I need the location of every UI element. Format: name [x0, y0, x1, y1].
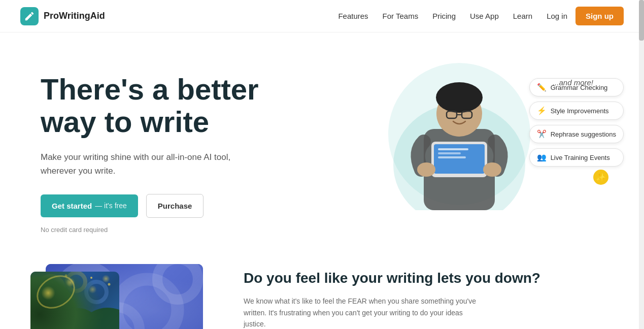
svg-point-24 [108, 283, 111, 285]
login-button[interactable]: Log in [547, 12, 567, 20]
nav-item-use-app[interactable]: Use App [470, 12, 499, 21]
more-label: ...and more! [553, 78, 593, 87]
svg-rect-11 [438, 156, 466, 158]
feature-pills: ...and more! ✏️ Grammar Checking ⚡ Style… [529, 78, 624, 167]
nav-item-learn[interactable]: Learn [513, 12, 532, 21]
pill-style-label: Style Improvements [551, 107, 609, 115]
pill-training-label: Live Training Events [551, 154, 610, 161]
grammar-icon: ✏️ [537, 83, 547, 92]
nav-link-for-teams[interactable]: For Teams [383, 12, 419, 20]
training-icon: 👥 [537, 153, 547, 162]
lower-left: My idea in my head [30, 264, 203, 329]
nav-link-features[interactable]: Features [338, 12, 368, 20]
hero-subtext: Make your writing shine with our all-in-… [41, 150, 233, 178]
pill-style: ⚡ Style Improvements [529, 102, 624, 120]
svg-point-20 [86, 282, 107, 302]
nav-links: Features For Teams Pricing Use App Learn [338, 12, 532, 21]
get-started-button[interactable]: Get started — it's free [41, 194, 138, 217]
get-started-label: Get started [52, 202, 92, 210]
logo-svg [24, 11, 35, 22]
hero-heading: There's a better way to write [41, 73, 304, 138]
purchase-button[interactable]: Purchase [146, 194, 204, 218]
artwork-stack: My idea in my head [30, 264, 203, 329]
svg-rect-9 [438, 148, 468, 150]
hero-illustration [373, 58, 546, 210]
lower-right: Do you feel like your writing lets you d… [244, 264, 603, 329]
svg-point-21 [42, 278, 45, 281]
hero-right: ...and more! ✏️ Grammar Checking ⚡ Style… [304, 63, 614, 225]
svg-point-16 [157, 264, 198, 300]
nav-item-features[interactable]: Features [338, 12, 368, 21]
hero-buttons: Get started — it's free Purchase [41, 194, 304, 218]
scrollbar[interactable] [639, 0, 644, 329]
style-icon: ⚡ [537, 106, 547, 115]
starry-night-art [30, 272, 119, 329]
svg-point-12 [417, 162, 435, 177]
hero-heading-line2: way to write [41, 105, 209, 138]
pill-training: 👥 Live Training Events [529, 148, 624, 167]
hero-section: There's a better way to write Make your … [0, 32, 644, 254]
nav-link-use-app[interactable]: Use App [470, 12, 499, 20]
navbar: ProWritingAid Features For Teams Pricing… [0, 0, 644, 32]
svg-point-15 [117, 279, 178, 329]
nav-item-pricing[interactable]: Pricing [432, 12, 456, 21]
sparkle-badge: ✨ [593, 170, 608, 185]
logo-icon [20, 7, 39, 25]
brand-name: ProWritingAid [44, 11, 105, 21]
nav-link-pricing[interactable]: Pricing [432, 12, 456, 20]
lower-heading: Do you feel like your writing lets you d… [244, 269, 603, 287]
hero-heading-line1: There's a better [41, 73, 259, 106]
lower-body: We know what it's like to feel the FEAR … [244, 295, 477, 329]
pill-rephrase-label: Rephrase suggestions [551, 130, 616, 138]
hero-left: There's a better way to write Make your … [41, 63, 304, 234]
starry-swirl [30, 272, 81, 315]
person-image [383, 63, 535, 210]
pill-rephrase: ✂️ Rephrase suggestions [529, 125, 624, 143]
scrollbar-thumb[interactable] [639, 0, 644, 41]
svg-point-13 [483, 162, 501, 177]
logo-link[interactable]: ProWritingAid [20, 7, 105, 25]
lower-section: My idea in my head Do you feel like your… [0, 254, 644, 329]
nav-right: Log in Sign up [547, 7, 624, 25]
no-credit-card-text: No credit card required [41, 226, 304, 234]
rephrase-icon: ✂️ [537, 129, 547, 139]
nav-item-for-teams[interactable]: For Teams [383, 12, 419, 21]
svg-rect-10 [438, 152, 461, 154]
nav-link-learn[interactable]: Learn [513, 12, 532, 20]
free-tag: — it's free [95, 202, 127, 210]
signup-button[interactable]: Sign up [575, 7, 624, 25]
svg-point-23 [90, 277, 92, 279]
svg-point-3 [436, 82, 483, 113]
art-card-front: My idea in my head [30, 272, 119, 329]
